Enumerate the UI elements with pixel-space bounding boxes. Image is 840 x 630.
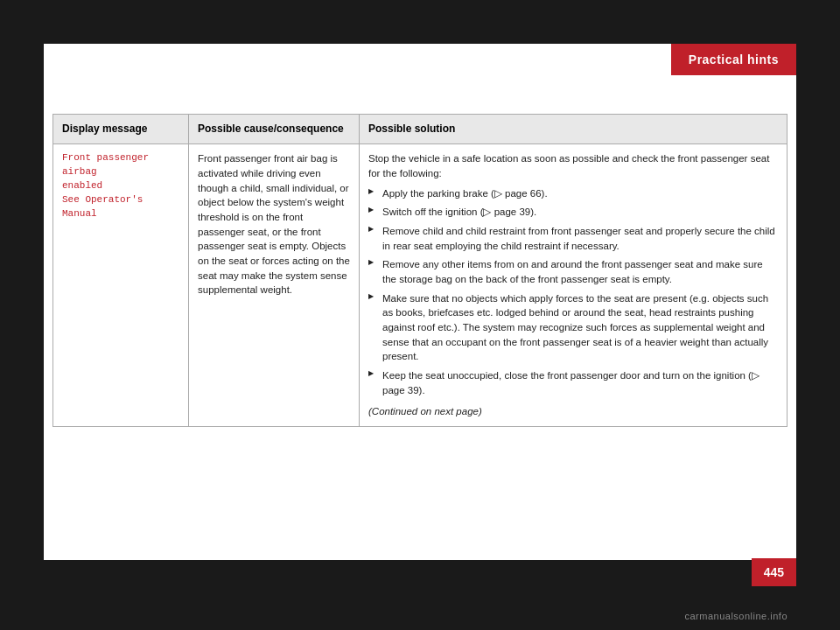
table-header-row: Display message Possible cause/consequen… [53,115,788,144]
col-header-display-message: Display message [53,115,189,144]
header-title: Practical hints [689,52,779,66]
list-item: Apply the parking brake (▷ page 66). [368,186,778,201]
continued-notice: (Continued on next page) [368,404,778,419]
list-item: Make sure that no objects which apply fo… [368,291,778,364]
solution-intro: Stop the vehicle in a safe location as s… [368,153,769,178]
table-row: Front passenger airbag enabled See Opera… [53,144,788,427]
cause-cell: Front passenger front air bag is activat… [189,144,360,427]
col-header-solution: Possible solution [360,115,788,144]
col-header-cause: Possible cause/consequence [189,115,360,144]
display-message-cell: Front passenger airbag enabled See Opera… [53,144,189,427]
bullet-list: Apply the parking brake (▷ page 66). Swi… [368,186,778,398]
list-item: Remove any other items from on and aroun… [368,257,778,286]
list-item: Remove child and child restraint from fr… [368,224,778,253]
watermark: carmanualsonline.info [684,611,788,621]
table-container: Display message Possible cause/consequen… [52,114,788,427]
solution-cell: Stop the vehicle in a safe location as s… [360,144,788,427]
list-item: Keep the seat unoccupied, close the fron… [368,368,778,397]
main-table: Display message Possible cause/consequen… [52,114,788,427]
page-number: 445 [752,558,796,586]
header-banner: Practical hints [671,44,796,75]
list-item: Switch off the ignition (▷ page 39). [368,205,778,220]
